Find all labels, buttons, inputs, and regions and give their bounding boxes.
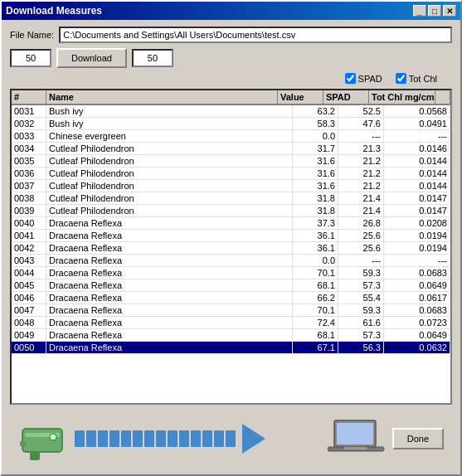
cell-value: 67.1 xyxy=(293,342,338,353)
col-header-scroll xyxy=(435,90,450,104)
cell-name: Dracaena Reflexa xyxy=(46,255,293,266)
cell-tot-chl: 0.0147 xyxy=(384,192,450,204)
cell-value: 68.1 xyxy=(293,279,338,291)
cell-tot-chl: 0.0146 xyxy=(384,143,450,154)
cell-spad: --- xyxy=(338,130,384,142)
cell-id: 0044 xyxy=(12,267,46,279)
table-row[interactable]: 0043 Dracaena Reflexa 0.0 --- --- xyxy=(12,255,450,267)
cell-name: Bush ivy xyxy=(46,105,293,117)
cell-value: 0.0 xyxy=(293,130,338,142)
table-body[interactable]: 0031 Bush ivy 63.2 52.5 0.0568 0032 Bush… xyxy=(12,105,450,403)
table-row[interactable]: 0045 Dracaena Reflexa 68.1 57.3 0.0649 xyxy=(12,279,450,292)
cell-tot-chl: 0.0617 xyxy=(384,292,450,304)
cell-id: 0031 xyxy=(12,105,46,117)
spad-label: SPAD xyxy=(358,74,382,84)
cell-id: 0033 xyxy=(12,130,46,142)
file-name-input[interactable] xyxy=(59,27,452,43)
cell-name: Cutleaf Philodendron xyxy=(46,192,293,204)
progress-block xyxy=(168,430,178,447)
table-row[interactable]: 0038 Cutleaf Philodendron 31.8 21.4 0.01… xyxy=(12,192,450,205)
progress-block xyxy=(202,430,212,447)
progress-block xyxy=(144,430,154,447)
table-row[interactable]: 0041 Dracaena Reflexa 36.1 25.6 0.0194 xyxy=(12,230,450,242)
cell-spad: 59.3 xyxy=(338,304,384,316)
cell-name: Dracaena Reflexa xyxy=(46,217,293,229)
cell-id: 0042 xyxy=(12,242,46,254)
svg-point-4 xyxy=(50,434,56,440)
title-bar: Download Measures _ □ ✕ xyxy=(2,2,460,20)
table-header: # Name Value SPAD Tot Chl mg/cm2 xyxy=(12,90,450,105)
spad-checkbox[interactable] xyxy=(345,73,356,84)
cell-spad: 25.6 xyxy=(338,242,384,254)
cell-tot-chl: 0.0649 xyxy=(384,279,450,291)
table-row[interactable]: 0049 Dracaena Reflexa 68.1 57.3 0.0649 xyxy=(12,329,450,342)
cell-tot-chl: 0.0568 xyxy=(384,105,450,117)
cell-name: Dracaena Reflexa xyxy=(46,267,293,279)
tot-chl-label: Tot Chl xyxy=(409,74,437,84)
cell-value: 31.8 xyxy=(293,192,338,204)
cell-id: 0046 xyxy=(12,292,46,304)
table-row[interactable]: 0044 Dracaena Reflexa 70.1 59.3 0.0683 xyxy=(12,267,450,279)
cell-tot-chl: --- xyxy=(384,255,450,266)
cell-value: 31.7 xyxy=(293,143,338,154)
done-button[interactable]: Done xyxy=(392,428,444,449)
table-row[interactable]: 0031 Bush ivy 63.2 52.5 0.0568 xyxy=(12,105,450,118)
cell-value: 36.1 xyxy=(293,242,338,254)
cell-spad: 52.5 xyxy=(338,105,384,117)
cell-name: Dracaena Reflexa xyxy=(46,317,293,328)
controls-row: Download xyxy=(10,48,452,68)
cell-spad: 26.8 xyxy=(338,217,384,229)
table-row[interactable]: 0039 Cutleaf Philodendron 31.8 21.4 0.01… xyxy=(12,205,450,217)
cell-name: Chinese evergreen xyxy=(46,130,293,142)
maximize-button[interactable]: □ xyxy=(428,5,441,17)
cell-tot-chl: 0.0147 xyxy=(384,205,450,216)
right-number-input[interactable] xyxy=(132,49,173,67)
progress-block xyxy=(214,430,224,447)
cell-value: 37.3 xyxy=(293,217,338,229)
table-row[interactable]: 0035 Cutleaf Philodendron 31.6 21.2 0.01… xyxy=(12,155,450,168)
progress-block xyxy=(121,430,131,447)
table-row[interactable]: 0034 Cutleaf Philodendron 31.7 21.3 0.01… xyxy=(12,143,450,155)
col-header-id: # xyxy=(12,90,46,104)
cell-tot-chl: 0.0208 xyxy=(384,217,450,229)
spad-checkbox-item: SPAD xyxy=(345,73,382,84)
cell-spad: 57.3 xyxy=(338,279,384,291)
left-number-input[interactable] xyxy=(10,49,51,67)
table-row[interactable]: 0050 Dracaena Reflexa 67.1 56.3 0.0632 xyxy=(12,342,450,354)
cell-tot-chl: 0.0144 xyxy=(384,180,450,192)
table-row[interactable]: 0048 Dracaena Reflexa 72.4 61.6 0.0723 xyxy=(12,317,450,329)
table-row[interactable]: 0040 Dracaena Reflexa 37.3 26.8 0.0208 xyxy=(12,217,450,230)
cell-id: 0039 xyxy=(12,205,46,216)
cell-spad: 21.2 xyxy=(338,168,384,179)
table-row[interactable]: 0032 Bush ivy 58.3 47.6 0.0491 xyxy=(12,118,450,130)
cell-name: Dracaena Reflexa xyxy=(46,230,293,241)
cell-spad: --- xyxy=(338,255,384,266)
svg-rect-2 xyxy=(30,452,40,460)
cell-name: Dracaena Reflexa xyxy=(46,242,293,254)
cell-name: Dracaena Reflexa xyxy=(46,342,293,353)
window: Download Measures _ □ ✕ File Name: Downl… xyxy=(0,0,462,476)
table-row[interactable]: 0046 Dracaena Reflexa 66.2 55.4 0.0617 xyxy=(12,292,450,304)
progress-block xyxy=(75,430,85,447)
cell-spad: 56.3 xyxy=(338,342,384,353)
table-row[interactable]: 0033 Chinese evergreen 0.0 --- --- xyxy=(12,130,450,143)
table-row[interactable]: 0037 Cutleaf Philodendron 31.6 21.2 0.01… xyxy=(12,180,450,192)
download-button[interactable]: Download xyxy=(56,48,127,68)
table-row[interactable]: 0042 Dracaena Reflexa 36.1 25.6 0.0194 xyxy=(12,242,450,255)
tot-chl-checkbox[interactable] xyxy=(396,73,406,84)
cell-tot-chl: 0.0723 xyxy=(384,317,450,328)
col-header-tot-chl: Tot Chl mg/cm2 xyxy=(369,90,435,104)
cell-value: 66.2 xyxy=(293,292,338,304)
cell-id: 0050 xyxy=(12,342,46,353)
cell-name: Bush ivy xyxy=(46,118,293,129)
cell-spad: 21.2 xyxy=(338,180,384,192)
close-button[interactable]: ✕ xyxy=(443,5,456,17)
table-row[interactable]: 0047 Dracaena Reflexa 70.1 59.3 0.0683 xyxy=(12,304,450,317)
table-row[interactable]: 0036 Cutleaf Philodendron 31.6 21.2 0.01… xyxy=(12,168,450,180)
cell-tot-chl: 0.0491 xyxy=(384,118,450,129)
cell-id: 0048 xyxy=(12,317,46,328)
cell-id: 0043 xyxy=(12,255,46,266)
cell-tot-chl: 0.0194 xyxy=(384,242,450,254)
minimize-button[interactable]: _ xyxy=(413,5,426,17)
col-header-spad: SPAD xyxy=(323,90,369,104)
